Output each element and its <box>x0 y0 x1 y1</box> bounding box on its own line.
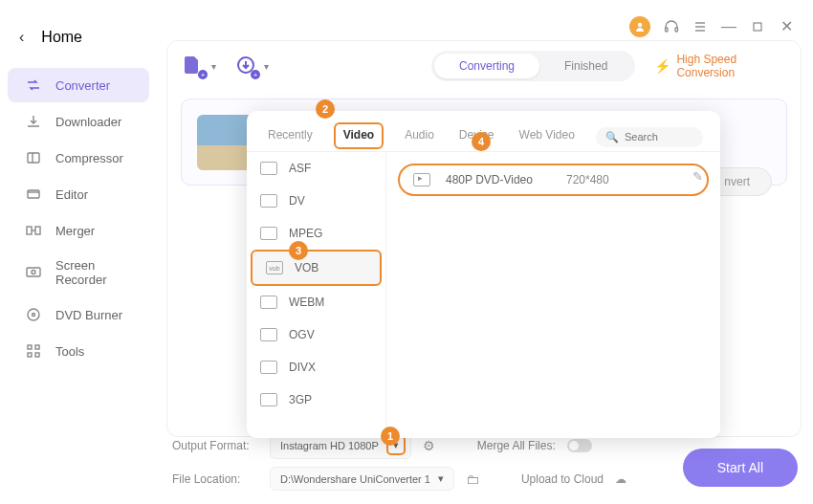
compressor-icon <box>25 149 42 166</box>
preset-item[interactable]: 480P DVD-Video 720*480 <box>398 164 709 196</box>
chevron-down-icon: ▾ <box>438 472 444 485</box>
svg-rect-17 <box>28 345 32 349</box>
settings-icon[interactable]: ⚙ <box>423 438 435 453</box>
chevron-down-icon[interactable]: ▾ <box>211 61 216 72</box>
sidebar-item-label: DVD Burner <box>55 308 122 322</box>
format-icon <box>260 296 277 309</box>
format-icon <box>260 328 277 341</box>
tab-audio[interactable]: Audio <box>401 122 438 151</box>
tab-video[interactable]: Video <box>334 122 384 149</box>
svg-rect-1 <box>666 28 669 32</box>
sidebar: Converter Downloader Compressor Editor M… <box>0 62 157 374</box>
breadcrumb: ‹ Home <box>19 29 82 46</box>
format-item-divx[interactable]: DIVX <box>247 351 385 383</box>
tab-converting[interactable]: Converting <box>434 54 539 78</box>
format-item-dv[interactable]: DV <box>247 185 385 217</box>
format-item-ogv[interactable]: OGV <box>247 318 385 351</box>
chevron-down-icon[interactable]: ▾ <box>264 61 269 72</box>
preset-edit-icon[interactable]: ✎ <box>692 169 703 184</box>
sidebar-item-label: Compressor <box>55 151 123 165</box>
svg-point-14 <box>32 271 35 274</box>
sidebar-item-label: Merger <box>55 224 95 238</box>
svg-rect-6 <box>754 23 761 31</box>
format-dropdown-panel: Recently Video Audio Device Web Video 🔍 … <box>247 111 720 438</box>
format-item-webm[interactable]: WEBM <box>247 286 385 318</box>
tab-recently[interactable]: Recently <box>264 122 317 151</box>
svg-rect-18 <box>35 345 39 349</box>
preset-icon <box>413 173 430 186</box>
preset-name: 480P DVD-Video <box>446 173 551 186</box>
format-icon: vob <box>266 261 283 274</box>
converter-icon <box>25 77 42 94</box>
annotation-1: 1 <box>381 427 400 446</box>
sidebar-item-converter[interactable]: Converter <box>8 68 149 102</box>
format-search[interactable]: 🔍 <box>596 127 703 147</box>
sidebar-item-merger[interactable]: Merger <box>8 213 149 248</box>
format-icon <box>260 227 277 240</box>
annotation-3: 3 <box>289 241 308 260</box>
headset-icon[interactable] <box>664 19 679 34</box>
toolbar: + ▾ + ▾ Converting Finished ⚡ High Speed… <box>167 41 801 91</box>
file-location-label: File Location: <box>172 472 258 486</box>
folder-icon[interactable]: 🗀 <box>466 471 479 487</box>
format-icon <box>260 194 277 208</box>
screen-recorder-icon <box>25 264 42 281</box>
add-download-button[interactable]: + <box>235 55 256 77</box>
sidebar-item-label: Downloader <box>55 115 121 129</box>
sidebar-item-compressor[interactable]: Compressor <box>8 141 149 175</box>
close-icon[interactable]: ✕ <box>779 19 794 34</box>
minimize-icon[interactable]: — <box>721 19 736 34</box>
cloud-icon[interactable]: ☁ <box>615 472 626 486</box>
svg-rect-11 <box>35 227 40 234</box>
start-all-button[interactable]: Start All <box>683 449 798 487</box>
format-item-mpeg[interactable]: MPEG <box>247 217 385 250</box>
merge-toggle[interactable] <box>567 439 592 452</box>
back-chevron-icon[interactable]: ‹ <box>19 29 24 46</box>
sidebar-item-downloader[interactable]: Downloader <box>8 104 149 139</box>
sidebar-item-dvd-burner[interactable]: DVD Burner <box>8 297 149 332</box>
preset-resolution: 720*480 <box>566 173 609 186</box>
format-item-vob[interactable]: vobVOB <box>251 250 382 286</box>
sidebar-item-label: Converter <box>55 78 110 93</box>
svg-point-15 <box>28 309 39 320</box>
dvd-icon <box>25 306 42 323</box>
user-avatar-icon[interactable] <box>629 16 650 37</box>
home-label[interactable]: Home <box>41 29 82 46</box>
download-icon <box>25 113 42 130</box>
file-location-select[interactable]: D:\Wondershare UniConverter 1 ▾ <box>270 467 454 491</box>
sidebar-item-label: Tools <box>55 344 84 359</box>
preset-list: 480P DVD-Video 720*480 ✎ <box>386 152 720 431</box>
format-list: ASF DV MPEG vobVOB WEBM OGV DIVX 3GP <box>247 152 386 431</box>
sidebar-item-tools[interactable]: Tools <box>8 334 149 368</box>
svg-point-16 <box>33 314 35 317</box>
annotation-4: 4 <box>472 132 491 151</box>
sidebar-item-editor[interactable]: Editor <box>8 177 149 211</box>
annotation-2: 2 <box>316 99 335 119</box>
format-item-asf[interactable]: ASF <box>247 152 385 185</box>
svg-point-0 <box>638 22 642 26</box>
output-format-label: Output Format: <box>172 439 258 452</box>
sidebar-item-screen-recorder[interactable]: Screen Recorder <box>8 250 149 296</box>
high-speed-conversion-link[interactable]: ⚡ High Speed Conversion <box>654 53 785 79</box>
search-input[interactable] <box>625 131 693 142</box>
tab-finished[interactable]: Finished <box>539 54 632 78</box>
format-item-3gp[interactable]: 3GP <box>247 383 385 416</box>
tab-web-video[interactable]: Web Video <box>516 122 579 151</box>
sidebar-item-label: Screen Recorder <box>55 258 132 287</box>
search-icon: 🔍 <box>605 131 619 143</box>
svg-rect-19 <box>28 353 32 357</box>
file-location-value: D:\Wondershare UniConverter 1 <box>280 473 430 485</box>
menu-icon[interactable] <box>692 19 708 34</box>
svg-rect-13 <box>27 268 40 276</box>
add-file-button[interactable]: + <box>183 55 204 77</box>
svg-rect-7 <box>28 153 39 163</box>
plus-icon: + <box>198 70 208 79</box>
bolt-icon: ⚡ <box>654 58 670 74</box>
status-tabs: Converting Finished <box>431 51 635 81</box>
svg-rect-2 <box>675 28 678 32</box>
output-format-value: Instagram HD 1080P <box>280 440 379 451</box>
maximize-icon[interactable] <box>750 19 765 34</box>
high-speed-label: High Speed Conversion <box>676 53 785 79</box>
format-icon <box>260 361 277 374</box>
svg-rect-8 <box>28 190 39 198</box>
